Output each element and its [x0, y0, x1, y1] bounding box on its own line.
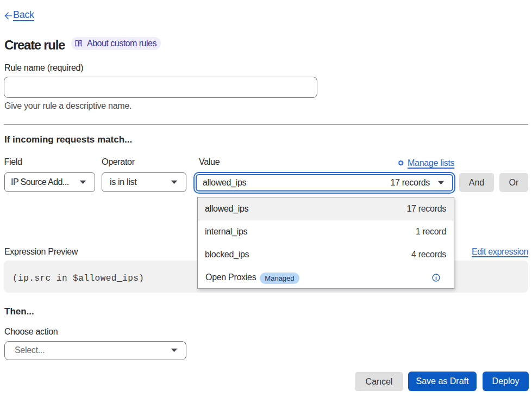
- svg-text:i: i: [435, 275, 437, 281]
